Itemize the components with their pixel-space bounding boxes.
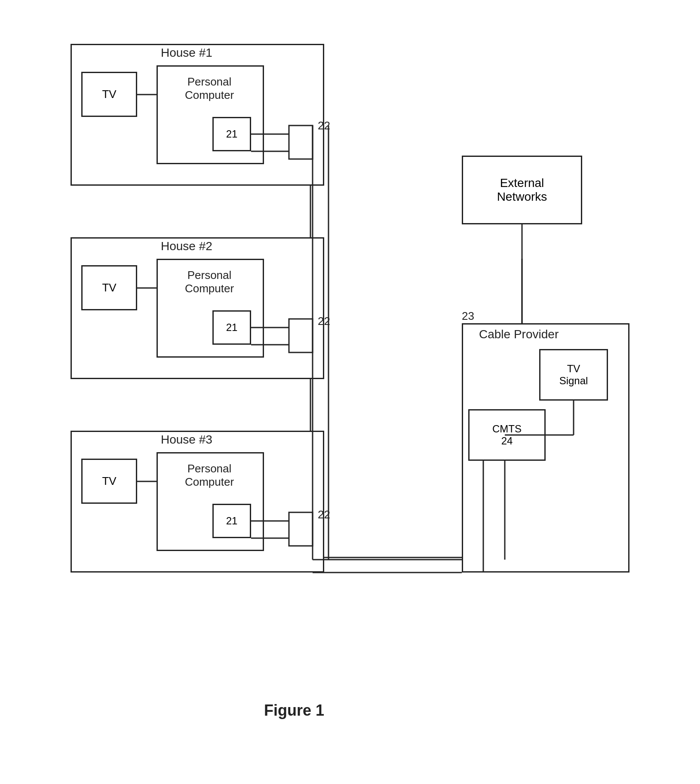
cable-provider-label: Cable Provider	[479, 328, 559, 341]
tv-signal-box: TVSignal	[539, 349, 608, 401]
house3-tv: TV	[81, 459, 137, 504]
external-networks-label: ExternalNetworks	[497, 176, 547, 204]
house1-tv: TV	[81, 72, 137, 117]
cmts-box: CMTS 24	[468, 409, 546, 461]
house1-pc-label: PersonalComputer	[171, 75, 248, 102]
house1-cm: 21	[212, 117, 251, 151]
tv-signal-label: TVSignal	[559, 363, 588, 387]
house2-tv: TV	[81, 265, 137, 310]
house3-node-label: 22	[318, 508, 330, 521]
cmts-number: 24	[501, 435, 513, 447]
house3-cm: 21	[212, 504, 251, 538]
figure-caption: Figure 1	[264, 701, 324, 720]
external-networks-box: ExternalNetworks	[462, 156, 582, 224]
house1-label: House #1	[161, 46, 212, 60]
label-23: 23	[462, 309, 474, 323]
house3-pc-label: PersonalComputer	[171, 462, 248, 489]
house1-node-label: 22	[318, 119, 330, 132]
house2-label: House #2	[161, 239, 212, 253]
diagram-container: House #1 TV PersonalComputer 21 22 House…	[49, 31, 651, 753]
house2-cm: 21	[212, 310, 251, 345]
cmts-label: CMTS	[492, 423, 522, 435]
house3-label: House #3	[161, 433, 212, 447]
house2-pc-label: PersonalComputer	[171, 269, 248, 295]
house2-node-label: 22	[318, 315, 330, 328]
